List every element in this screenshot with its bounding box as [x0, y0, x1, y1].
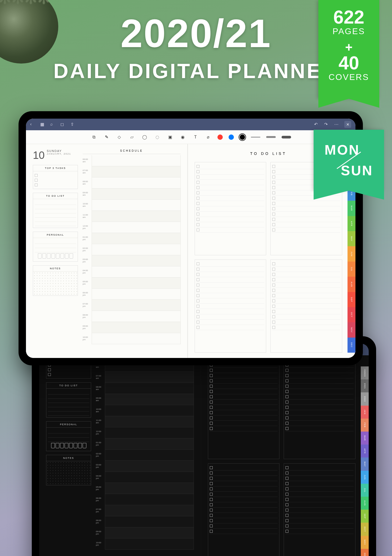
- schedule-slot[interactable]: 02:00pm: [83, 244, 181, 255]
- color-blue[interactable]: [229, 134, 234, 140]
- todo-box[interactable]: TO DO LIST: [33, 193, 78, 228]
- schedule-slot[interactable]: 05:00pm: [83, 277, 181, 289]
- schedule-slot[interactable]: 08:00am: [83, 177, 181, 189]
- stroke-med[interactable]: [266, 136, 276, 138]
- schedule-slot[interactable]: 05:00pm: [96, 483, 194, 494]
- month-tab[interactable]: MAY: [361, 458, 369, 470]
- month-tab[interactable]: SEP: [348, 292, 355, 307]
- month-tab[interactable]: 2022: [361, 392, 369, 405]
- month-tab[interactable]: INDEX: [361, 366, 369, 379]
- schedule-slot[interactable]: 09:00am: [96, 394, 194, 405]
- schedule-slot[interactable]: 11:00am: [96, 416, 194, 427]
- month-tab[interactable]: JAN: [361, 406, 369, 419]
- back-icon[interactable]: ‹: [30, 122, 35, 127]
- todo-block[interactable]: [270, 259, 342, 353]
- todo-block[interactable]: [284, 463, 355, 556]
- todo-block[interactable]: [195, 259, 266, 353]
- month-tab[interactable]: DEC: [361, 549, 369, 556]
- month-tab[interactable]: AUG: [361, 497, 369, 510]
- todo-block[interactable]: [208, 361, 280, 459]
- ipad-dark: × ⋯ TO DO LIST PERSONAL: [32, 336, 376, 556]
- color-red[interactable]: [217, 134, 223, 140]
- top3-box[interactable]: TOP 3 TASKS: [33, 165, 78, 189]
- search-icon[interactable]: ⌕: [50, 122, 56, 127]
- schedule-slot[interactable]: 10:00am: [83, 200, 181, 211]
- app-toolbar: ‹ ▦ ⌕ ◻ ⇧ ↶ ↷ ⋯ ×: [26, 119, 355, 130]
- month-tab[interactable]: MAY: [348, 231, 355, 246]
- month-tab[interactable]: MAR: [361, 432, 369, 445]
- schedule-slot[interactable]: 12:00pm: [83, 222, 181, 233]
- month-tab[interactable]: DEC: [348, 338, 355, 353]
- schedule-slot[interactable]: 06:00am: [83, 155, 181, 166]
- schedule-slot[interactable]: 08:00pm: [83, 311, 181, 322]
- grid-icon[interactable]: ▦: [40, 122, 46, 127]
- month-tab[interactable]: JUN: [348, 246, 355, 261]
- schedule-slot[interactable]: 02:00pm: [96, 450, 194, 461]
- schedule-slot[interactable]: 09:00pm: [96, 527, 194, 539]
- close-button[interactable]: ×: [344, 121, 351, 128]
- month-tab[interactable]: OCT: [348, 307, 355, 322]
- schedule-slot[interactable]: 07:00am: [96, 372, 194, 383]
- schedule-slot[interactable]: 10:00pm: [83, 333, 181, 344]
- schedule-slot[interactable]: 10:00pm: [96, 539, 194, 550]
- schedule-slot[interactable]: 04:00pm: [83, 266, 181, 277]
- link-tool-icon[interactable]: ⌀: [205, 134, 212, 141]
- redo-icon[interactable]: ↷: [324, 122, 329, 127]
- highlighter-tool-icon[interactable]: ▱: [128, 134, 135, 141]
- todo-block[interactable]: [208, 463, 280, 556]
- week-start-ribbon: MON SUN: [314, 130, 384, 191]
- schedule-slot[interactable]: 07:00am: [83, 166, 181, 177]
- schedule-slot[interactable]: 06:00pm: [83, 289, 181, 300]
- schedule-slot[interactable]: 06:00pm: [96, 494, 194, 505]
- schedule-slot[interactable]: 09:00pm: [83, 322, 181, 333]
- notes-box[interactable]: NOTES: [33, 265, 78, 296]
- text-tool-icon[interactable]: T: [192, 134, 199, 141]
- month-tab[interactable]: AUG: [348, 277, 355, 292]
- bookmark-icon[interactable]: ◻: [60, 122, 66, 127]
- schedule-slot[interactable]: 01:00pm: [83, 233, 181, 244]
- month-tab[interactable]: MAR: [348, 201, 355, 216]
- schedule-slot[interactable]: 08:00am: [96, 383, 194, 394]
- todo-block[interactable]: [195, 162, 266, 255]
- stroke-thin[interactable]: [251, 137, 260, 138]
- color-black[interactable]: [240, 134, 245, 140]
- schedule-slot[interactable]: 10:00am: [96, 405, 194, 416]
- eraser-tool-icon[interactable]: ◇: [116, 134, 123, 141]
- schedule-slot[interactable]: 07:00pm: [83, 300, 181, 311]
- share-icon[interactable]: ⇧: [70, 122, 76, 127]
- notes-box[interactable]: NOTES: [46, 455, 91, 485]
- month-tab[interactable]: APR: [361, 445, 369, 458]
- month-tab[interactable]: JUN: [361, 471, 369, 484]
- readonly-icon[interactable]: ⧉: [90, 134, 97, 141]
- month-tab[interactable]: JUL: [361, 484, 369, 497]
- schedule-slot[interactable]: 12:00pm: [96, 427, 194, 438]
- month-tab[interactable]: OCT: [361, 523, 369, 536]
- personal-box[interactable]: PERSONAL: [33, 232, 78, 262]
- undo-icon[interactable]: ↶: [314, 122, 319, 127]
- schedule-slot[interactable]: 03:00pm: [83, 255, 181, 266]
- more-icon[interactable]: ⋯: [334, 122, 340, 127]
- todo-block[interactable]: [284, 361, 355, 459]
- camera-tool-icon[interactable]: ◉: [179, 134, 186, 141]
- personal-box[interactable]: PERSONAL: [46, 421, 91, 451]
- schedule-slot[interactable]: 09:00am: [83, 189, 181, 200]
- month-tab[interactable]: SEP: [361, 510, 369, 523]
- schedule-slot[interactable]: 08:00pm: [96, 516, 194, 527]
- schedule-slot[interactable]: 04:00pm: [96, 472, 194, 483]
- shape-tool-icon[interactable]: ◯: [141, 134, 148, 141]
- pen-tool-icon[interactable]: ✎: [103, 134, 110, 141]
- image-tool-icon[interactable]: ▣: [167, 134, 173, 141]
- month-tab[interactable]: JUL: [348, 262, 355, 277]
- lasso-tool-icon[interactable]: ◌: [154, 134, 161, 141]
- month-tab[interactable]: NOV: [361, 536, 369, 549]
- schedule-slot[interactable]: 03:00pm: [96, 461, 194, 472]
- month-tab[interactable]: 2021: [361, 379, 369, 392]
- schedule-slot[interactable]: 01:00pm: [96, 438, 194, 450]
- schedule-slot[interactable]: 07:00pm: [96, 505, 194, 516]
- schedule-slot[interactable]: 11:00am: [83, 211, 181, 222]
- month-tab[interactable]: NOV: [348, 322, 355, 337]
- todo-box[interactable]: TO DO LIST: [46, 382, 91, 418]
- month-tab[interactable]: FEB: [361, 419, 369, 432]
- month-tab[interactable]: APR: [348, 216, 355, 231]
- stroke-thick[interactable]: [282, 136, 291, 138]
